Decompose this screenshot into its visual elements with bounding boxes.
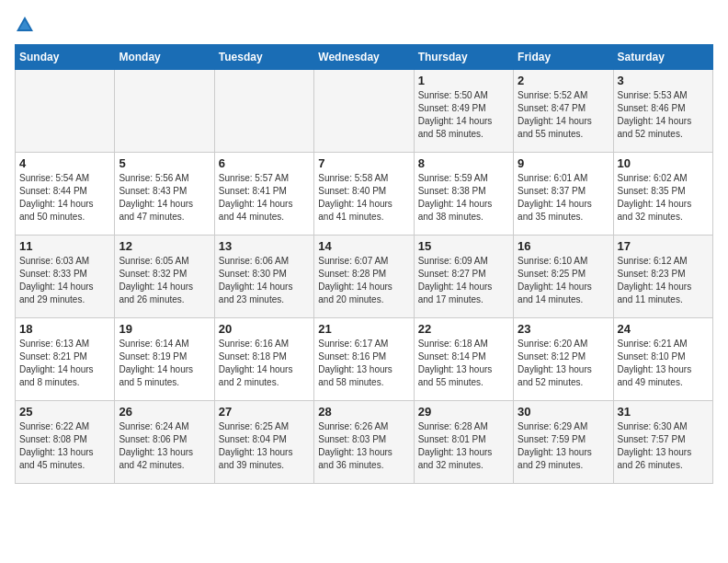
weekday-header-saturday: Saturday bbox=[613, 45, 712, 70]
day-info: Sunrise: 5:50 AM Sunset: 8:49 PM Dayligh… bbox=[418, 89, 509, 141]
weekday-header-row: SundayMondayTuesdayWednesdayThursdayFrid… bbox=[16, 45, 713, 70]
day-number: 22 bbox=[418, 322, 509, 336]
day-number: 16 bbox=[518, 239, 609, 253]
day-info: Sunrise: 6:03 AM Sunset: 8:33 PM Dayligh… bbox=[19, 255, 110, 306]
calendar-cell: 22Sunrise: 6:18 AM Sunset: 8:14 PM Dayli… bbox=[414, 318, 513, 401]
day-info: Sunrise: 6:01 AM Sunset: 8:37 PM Dayligh… bbox=[518, 172, 609, 224]
calendar-cell bbox=[16, 70, 115, 153]
day-number: 2 bbox=[518, 74, 609, 87]
day-info: Sunrise: 6:17 AM Sunset: 8:16 PM Dayligh… bbox=[318, 338, 409, 389]
calendar-week-1: 1Sunrise: 5:50 AM Sunset: 8:49 PM Daylig… bbox=[16, 70, 713, 153]
day-info: Sunrise: 6:25 AM Sunset: 8:04 PM Dayligh… bbox=[219, 420, 310, 472]
calendar-week-3: 11Sunrise: 6:03 AM Sunset: 8:33 PM Dayli… bbox=[16, 236, 713, 318]
day-info: Sunrise: 6:05 AM Sunset: 8:32 PM Dayligh… bbox=[119, 255, 210, 306]
day-info: Sunrise: 5:54 AM Sunset: 8:44 PM Dayligh… bbox=[19, 172, 110, 224]
calendar-cell: 20Sunrise: 6:16 AM Sunset: 8:18 PM Dayli… bbox=[214, 318, 313, 401]
calendar-cell: 16Sunrise: 6:10 AM Sunset: 8:25 PM Dayli… bbox=[514, 236, 613, 318]
logo-icon bbox=[15, 15, 35, 35]
calendar-cell: 8Sunrise: 5:59 AM Sunset: 8:38 PM Daylig… bbox=[414, 153, 513, 236]
day-number: 9 bbox=[518, 156, 609, 170]
page-header bbox=[15, 15, 713, 35]
day-number: 24 bbox=[618, 322, 709, 336]
day-info: Sunrise: 6:02 AM Sunset: 8:35 PM Dayligh… bbox=[618, 172, 709, 224]
day-info: Sunrise: 6:26 AM Sunset: 8:03 PM Dayligh… bbox=[318, 420, 409, 472]
calendar-cell: 9Sunrise: 6:01 AM Sunset: 8:37 PM Daylig… bbox=[514, 153, 613, 236]
calendar-cell: 25Sunrise: 6:22 AM Sunset: 8:08 PM Dayli… bbox=[16, 401, 115, 484]
day-number: 8 bbox=[418, 156, 509, 170]
day-number: 5 bbox=[119, 156, 210, 170]
day-number: 11 bbox=[19, 239, 110, 253]
day-number: 3 bbox=[618, 74, 709, 87]
weekday-header-wednesday: Wednesday bbox=[314, 45, 414, 70]
day-number: 4 bbox=[19, 156, 110, 170]
calendar-cell: 17Sunrise: 6:12 AM Sunset: 8:23 PM Dayli… bbox=[613, 236, 712, 318]
calendar-cell: 12Sunrise: 6:05 AM Sunset: 8:32 PM Dayli… bbox=[115, 236, 214, 318]
day-info: Sunrise: 6:22 AM Sunset: 8:08 PM Dayligh… bbox=[19, 420, 110, 472]
day-info: Sunrise: 5:53 AM Sunset: 8:46 PM Dayligh… bbox=[618, 89, 709, 141]
calendar-cell: 5Sunrise: 5:56 AM Sunset: 8:43 PM Daylig… bbox=[115, 153, 214, 236]
calendar-cell: 6Sunrise: 5:57 AM Sunset: 8:41 PM Daylig… bbox=[214, 153, 313, 236]
day-number: 18 bbox=[19, 322, 110, 336]
calendar-body: 1Sunrise: 5:50 AM Sunset: 8:49 PM Daylig… bbox=[16, 70, 713, 484]
weekday-header-sunday: Sunday bbox=[16, 45, 115, 70]
day-number: 15 bbox=[418, 239, 509, 253]
day-info: Sunrise: 6:06 AM Sunset: 8:30 PM Dayligh… bbox=[219, 255, 310, 306]
day-info: Sunrise: 6:24 AM Sunset: 8:06 PM Dayligh… bbox=[119, 420, 210, 472]
day-number: 21 bbox=[318, 322, 409, 336]
weekday-header-thursday: Thursday bbox=[414, 45, 513, 70]
weekday-header-tuesday: Tuesday bbox=[214, 45, 313, 70]
day-info: Sunrise: 6:14 AM Sunset: 8:19 PM Dayligh… bbox=[119, 338, 210, 389]
logo bbox=[15, 15, 39, 35]
calendar-cell: 18Sunrise: 6:13 AM Sunset: 8:21 PM Dayli… bbox=[16, 318, 115, 401]
day-number: 6 bbox=[219, 156, 310, 170]
day-info: Sunrise: 6:30 AM Sunset: 7:57 PM Dayligh… bbox=[618, 420, 709, 472]
day-number: 23 bbox=[518, 322, 609, 336]
day-info: Sunrise: 6:29 AM Sunset: 7:59 PM Dayligh… bbox=[518, 420, 609, 472]
day-info: Sunrise: 6:07 AM Sunset: 8:28 PM Dayligh… bbox=[318, 255, 409, 306]
calendar-week-5: 25Sunrise: 6:22 AM Sunset: 8:08 PM Dayli… bbox=[16, 401, 713, 484]
day-info: Sunrise: 5:56 AM Sunset: 8:43 PM Dayligh… bbox=[119, 172, 210, 224]
calendar-cell bbox=[214, 70, 313, 153]
day-number: 29 bbox=[418, 405, 509, 419]
day-info: Sunrise: 5:52 AM Sunset: 8:47 PM Dayligh… bbox=[518, 89, 609, 141]
day-info: Sunrise: 6:09 AM Sunset: 8:27 PM Dayligh… bbox=[418, 255, 509, 306]
calendar-week-2: 4Sunrise: 5:54 AM Sunset: 8:44 PM Daylig… bbox=[16, 153, 713, 236]
day-info: Sunrise: 5:58 AM Sunset: 8:40 PM Dayligh… bbox=[318, 172, 409, 224]
calendar-cell: 28Sunrise: 6:26 AM Sunset: 8:03 PM Dayli… bbox=[314, 401, 414, 484]
day-number: 20 bbox=[219, 322, 310, 336]
day-number: 17 bbox=[618, 239, 709, 253]
calendar-cell: 30Sunrise: 6:29 AM Sunset: 7:59 PM Dayli… bbox=[514, 401, 613, 484]
calendar-cell: 14Sunrise: 6:07 AM Sunset: 8:28 PM Dayli… bbox=[314, 236, 414, 318]
calendar-cell: 26Sunrise: 6:24 AM Sunset: 8:06 PM Dayli… bbox=[115, 401, 214, 484]
calendar-cell: 7Sunrise: 5:58 AM Sunset: 8:40 PM Daylig… bbox=[314, 153, 414, 236]
day-number: 30 bbox=[518, 405, 609, 419]
day-number: 25 bbox=[19, 405, 110, 419]
day-info: Sunrise: 6:13 AM Sunset: 8:21 PM Dayligh… bbox=[19, 338, 110, 389]
day-number: 31 bbox=[618, 405, 709, 419]
day-info: Sunrise: 6:28 AM Sunset: 8:01 PM Dayligh… bbox=[418, 420, 509, 472]
day-info: Sunrise: 6:20 AM Sunset: 8:12 PM Dayligh… bbox=[518, 338, 609, 389]
weekday-header-friday: Friday bbox=[514, 45, 613, 70]
calendar-cell: 13Sunrise: 6:06 AM Sunset: 8:30 PM Dayli… bbox=[214, 236, 313, 318]
day-info: Sunrise: 5:59 AM Sunset: 8:38 PM Dayligh… bbox=[418, 172, 509, 224]
calendar-cell: 19Sunrise: 6:14 AM Sunset: 8:19 PM Dayli… bbox=[115, 318, 214, 401]
day-number: 12 bbox=[119, 239, 210, 253]
day-info: Sunrise: 6:18 AM Sunset: 8:14 PM Dayligh… bbox=[418, 338, 509, 389]
day-number: 26 bbox=[119, 405, 210, 419]
calendar-week-4: 18Sunrise: 6:13 AM Sunset: 8:21 PM Dayli… bbox=[16, 318, 713, 401]
day-number: 27 bbox=[219, 405, 310, 419]
calendar-cell: 4Sunrise: 5:54 AM Sunset: 8:44 PM Daylig… bbox=[16, 153, 115, 236]
day-info: Sunrise: 6:21 AM Sunset: 8:10 PM Dayligh… bbox=[618, 338, 709, 389]
day-info: Sunrise: 6:16 AM Sunset: 8:18 PM Dayligh… bbox=[219, 338, 310, 389]
calendar-cell: 31Sunrise: 6:30 AM Sunset: 7:57 PM Dayli… bbox=[613, 401, 712, 484]
day-number: 28 bbox=[318, 405, 409, 419]
calendar-header: SundayMondayTuesdayWednesdayThursdayFrid… bbox=[16, 45, 713, 70]
calendar-cell: 1Sunrise: 5:50 AM Sunset: 8:49 PM Daylig… bbox=[414, 70, 513, 153]
calendar-cell: 2Sunrise: 5:52 AM Sunset: 8:47 PM Daylig… bbox=[514, 70, 613, 153]
day-info: Sunrise: 6:10 AM Sunset: 8:25 PM Dayligh… bbox=[518, 255, 609, 306]
calendar-cell: 21Sunrise: 6:17 AM Sunset: 8:16 PM Dayli… bbox=[314, 318, 414, 401]
calendar-cell bbox=[115, 70, 214, 153]
calendar-cell: 29Sunrise: 6:28 AM Sunset: 8:01 PM Dayli… bbox=[414, 401, 513, 484]
calendar-cell: 10Sunrise: 6:02 AM Sunset: 8:35 PM Dayli… bbox=[613, 153, 712, 236]
calendar-cell: 24Sunrise: 6:21 AM Sunset: 8:10 PM Dayli… bbox=[613, 318, 712, 401]
